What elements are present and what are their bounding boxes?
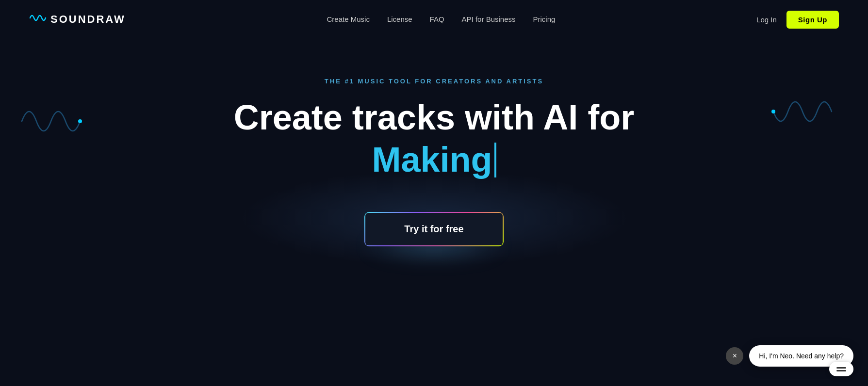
nav-item-api[interactable]: API for Business bbox=[462, 15, 516, 24]
hero-title-line2: Making bbox=[234, 141, 635, 179]
hero-title-line1: Create tracks with AI for bbox=[234, 98, 635, 137]
nav-link-api[interactable]: API for Business bbox=[462, 15, 516, 23]
hero-subtitle: THE #1 MUSIC TOOL FOR CREATORS AND ARTIS… bbox=[234, 78, 635, 85]
hero-section: THE #1 MUSIC TOOL FOR CREATORS AND ARTIS… bbox=[0, 39, 868, 245]
nav-item-license[interactable]: License bbox=[387, 15, 412, 24]
nav-link-faq[interactable]: FAQ bbox=[430, 15, 444, 23]
try-free-button[interactable]: Try it for free bbox=[365, 213, 502, 245]
chat-toggle-button[interactable] bbox=[829, 362, 853, 376]
chat-widget: × Hi, I'm Neo. Need any help? bbox=[726, 345, 853, 367]
nav-links: Create Music License FAQ API for Busines… bbox=[327, 15, 556, 24]
nav-link-create-music[interactable]: Create Music bbox=[327, 15, 370, 23]
logo-icon bbox=[29, 11, 47, 28]
nav-item-create-music[interactable]: Create Music bbox=[327, 15, 370, 24]
navbar: SOUNDRAW Create Music License FAQ API fo… bbox=[0, 0, 868, 39]
nav-item-faq[interactable]: FAQ bbox=[430, 15, 444, 24]
svg-rect-3 bbox=[836, 370, 846, 371]
hero-content: THE #1 MUSIC TOOL FOR CREATORS AND ARTIS… bbox=[234, 78, 635, 245]
logo-text: SOUNDRAW bbox=[50, 13, 126, 26]
signup-button[interactable]: Sign Up bbox=[786, 11, 839, 29]
login-button[interactable]: Log In bbox=[756, 16, 777, 24]
logo[interactable]: SOUNDRAW bbox=[29, 11, 126, 28]
cursor-blink bbox=[494, 143, 496, 177]
nav-link-license[interactable]: License bbox=[387, 15, 412, 23]
chat-close-button[interactable]: × bbox=[726, 347, 743, 365]
nav-item-pricing[interactable]: Pricing bbox=[533, 15, 556, 24]
nav-actions: Log In Sign Up bbox=[756, 11, 839, 29]
hero-animated-word: Making bbox=[372, 141, 492, 179]
svg-rect-2 bbox=[836, 367, 846, 369]
nav-link-pricing[interactable]: Pricing bbox=[533, 15, 556, 23]
